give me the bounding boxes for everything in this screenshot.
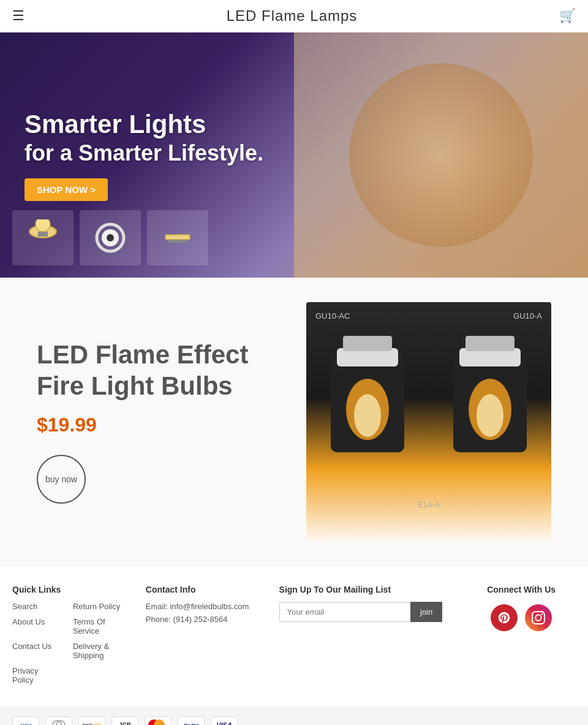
footer-link-contact[interactable]: Contact Us: [12, 642, 61, 660]
hero-banner: Smarter Lights for a Smarter Lifestyle. …: [0, 32, 588, 278]
footer-main: Quick Links Search Return Policy About U…: [0, 566, 588, 707]
hero-text-area: Smarter Lights for a Smarter Lifestyle. …: [0, 85, 588, 226]
footer-link-delivery[interactable]: Delivery & Shipping: [73, 642, 121, 660]
footer-quick-links: Quick Links Search Return Policy About U…: [12, 585, 121, 688]
product-section: LED Flame Effect Fire Light Bulbs $19.99…: [0, 278, 588, 566]
connect-title: Connect With Us: [487, 585, 556, 594]
contact-title: Contact Info: [146, 585, 255, 594]
svg-text:E14-A: E14-A: [418, 500, 440, 509]
amex-payment-icon: AMEX: [12, 716, 39, 725]
svg-point-12: [354, 394, 381, 437]
buy-now-button[interactable]: buy now: [37, 455, 86, 504]
payment-bar: AMEX DISCVER JCB PayPal VISA: [0, 707, 588, 725]
site-title: LED Flame Lamps: [227, 7, 358, 25]
footer-link-terms[interactable]: Terms Of Service: [73, 617, 121, 636]
pinterest-icon[interactable]: [491, 604, 518, 631]
footer-contact: Contact Info Email: info@fireledbulbs.co…: [146, 585, 255, 688]
product-image-label2: GU10-A: [513, 311, 542, 321]
footer-link-search[interactable]: Search: [12, 602, 61, 611]
product-image-label1: GU10-AC: [315, 311, 350, 321]
product-image: GU10-AC GU10-A E14-A: [306, 302, 551, 541]
svg-point-5: [107, 234, 114, 241]
svg-point-17: [477, 394, 503, 437]
join-button[interactable]: join: [410, 602, 442, 622]
footer-link-about-us[interactable]: About Us: [12, 617, 61, 636]
footer-mailing: Sign Up To Our Mailing List join: [279, 585, 443, 688]
contact-email: Email: info@fireledbulbs.com: [146, 602, 255, 611]
discover-payment-icon: DISCVER: [78, 716, 105, 725]
svg-rect-1: [38, 232, 48, 237]
shop-now-button[interactable]: SHOP NOW >: [24, 178, 108, 201]
mailing-title: Sign Up To Our Mailing List: [279, 585, 443, 594]
site-header: ☰ LED Flame Lamps 🛒: [0, 0, 588, 32]
svg-rect-6: [165, 235, 190, 240]
instagram-icon[interactable]: [525, 604, 552, 631]
footer-connect: Connect With Us: [467, 585, 576, 688]
footer: Quick Links Search Return Policy About U…: [0, 566, 588, 725]
menu-icon[interactable]: ☰: [12, 8, 24, 24]
hero-title-line2: for a Smarter Lifestyle.: [24, 140, 564, 166]
email-form: join: [279, 602, 443, 622]
product-price: $19.99: [37, 414, 282, 436]
hero-title-line1: Smarter Lights: [24, 109, 564, 140]
svg-rect-10: [343, 336, 392, 351]
paypal-payment-icon: PayPal: [178, 716, 205, 725]
cart-icon[interactable]: 🛒: [559, 8, 576, 24]
visa-payment-icon: VISA: [211, 716, 238, 725]
svg-rect-7: [168, 240, 187, 243]
jcb-payment-icon: JCB: [111, 716, 138, 725]
mastercard-payment-icon: [145, 716, 172, 725]
svg-rect-15: [466, 336, 514, 351]
email-input[interactable]: [279, 602, 410, 622]
quick-links-title: Quick Links: [12, 585, 121, 594]
product-info: LED Flame Effect Fire Light Bulbs $19.99…: [37, 340, 282, 504]
footer-link-return-policy[interactable]: Return Policy: [73, 602, 121, 611]
footer-link-privacy[interactable]: Privacy Policy: [12, 666, 61, 685]
diners-payment-icon: [45, 716, 72, 725]
product-title: LED Flame Effect Fire Light Bulbs: [37, 340, 282, 401]
footer-links-grid: Search Return Policy About Us Terms Of S…: [12, 602, 121, 688]
contact-phone: Phone: (914) 252-8564: [146, 615, 255, 624]
social-icons: [491, 604, 552, 631]
